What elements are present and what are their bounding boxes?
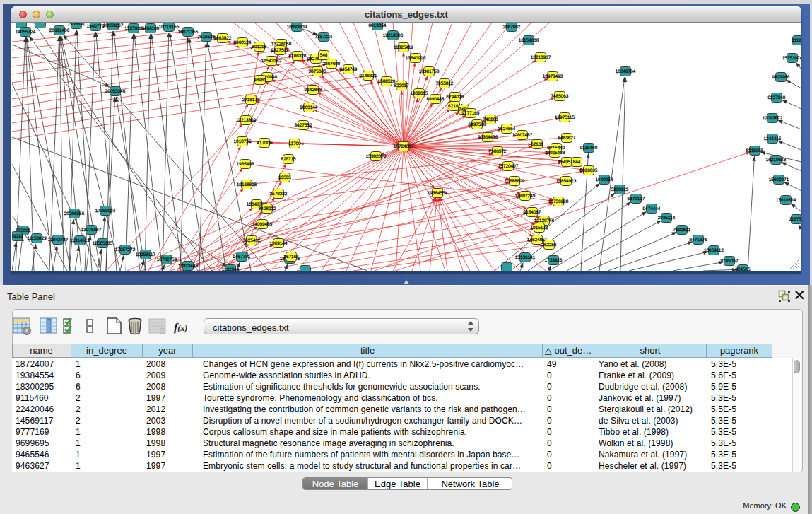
svg-text:891295: 891295	[252, 45, 267, 49]
svg-text:1527602: 1527602	[125, 26, 143, 31]
svg-text:1965498: 1965498	[237, 162, 254, 167]
svg-text:12213369: 12213369	[236, 118, 257, 123]
svg-text:9242848: 9242848	[305, 88, 322, 93]
svg-text:16154808: 16154808	[519, 38, 539, 43]
svg-text:10543382: 10543382	[261, 59, 282, 64]
svg-text:10973493: 10973493	[543, 74, 563, 79]
svg-text:16033809: 16033809	[287, 25, 307, 30]
svg-text:2803144: 2803144	[300, 105, 318, 110]
svg-text:20364436: 20364436	[478, 135, 498, 140]
svg-text:10653267: 10653267	[103, 23, 124, 28]
svg-text:10958117: 10958117	[136, 252, 155, 257]
svg-text:1588520: 1588520	[378, 79, 396, 84]
svg-text:9245052: 9245052	[721, 259, 739, 264]
svg-text:3578332: 3578332	[270, 192, 288, 197]
svg-text:1369144: 1369144	[270, 241, 288, 246]
svg-text:2935114: 2935114	[658, 216, 676, 221]
svg-text:157164: 157164	[283, 255, 299, 259]
svg-text:12975115: 12975115	[555, 115, 575, 120]
svg-text:11325419: 11325419	[394, 45, 413, 50]
svg-text:252254: 252254	[541, 243, 557, 247]
svg-text:3624554: 3624554	[498, 127, 516, 132]
svg-text:20206556: 20206556	[64, 211, 85, 216]
svg-text:2867608: 2867608	[323, 62, 341, 66]
svg-text:19654923: 19654923	[556, 179, 577, 184]
svg-text:7357224: 7357224	[315, 35, 333, 40]
svg-text:11700: 11700	[288, 141, 301, 146]
svg-text:16671355: 16671355	[178, 30, 199, 35]
svg-text:1010755: 1010755	[234, 139, 252, 144]
svg-text:9227349: 9227349	[768, 95, 786, 100]
svg-text:10025433: 10025433	[545, 151, 565, 156]
svg-text:15136141: 15136141	[515, 255, 536, 260]
svg-text:417006: 417006	[257, 141, 272, 146]
svg-text:2087682: 2087682	[503, 25, 521, 30]
svg-text:8454749: 8454749	[340, 67, 358, 72]
svg-text:8471676: 8471676	[690, 238, 707, 243]
svg-text:10719155: 10719155	[159, 25, 180, 30]
svg-text:13975887: 13975887	[81, 228, 102, 233]
svg-text:12093872: 12093872	[763, 116, 783, 121]
svg-text:9184067: 9184067	[524, 210, 541, 215]
svg-text:15692971: 15692971	[769, 177, 789, 182]
svg-text:8990448: 8990448	[427, 97, 445, 102]
svg-text:15302073: 15302073	[366, 154, 387, 159]
svg-text:3498222: 3498222	[259, 206, 276, 211]
svg-text:9115460: 9115460	[580, 146, 598, 151]
svg-text:7625402: 7625402	[243, 238, 261, 243]
svg-text:746266: 746266	[483, 117, 498, 122]
svg-text:0899695: 0899695	[580, 168, 598, 173]
svg-text:16648784: 16648784	[616, 69, 636, 74]
svg-text:11123: 11123	[792, 38, 801, 43]
svg-text:17359924: 17359924	[95, 209, 116, 214]
svg-text:3875685: 3875685	[309, 69, 326, 74]
svg-text:13640910: 13640910	[406, 56, 426, 61]
svg-text:116753: 116753	[789, 217, 801, 222]
svg-text:546: 546	[320, 53, 328, 58]
svg-text:7632621: 7632621	[673, 228, 691, 233]
svg-text:14055724: 14055724	[16, 30, 36, 35]
svg-text:7515526: 7515526	[198, 35, 216, 40]
svg-text:844: 844	[573, 160, 581, 165]
svg-text:6879197: 6879197	[628, 197, 645, 201]
svg-text:f(x): f(x)	[174, 322, 187, 334]
svg-text:17016504: 17016504	[776, 198, 796, 203]
svg-text:7386372: 7386372	[489, 149, 507, 154]
svg-text:8813054: 8813054	[369, 23, 387, 28]
svg-text:20691406: 20691406	[49, 28, 70, 33]
svg-text:10654112: 10654112	[704, 248, 724, 253]
svg-text:8215955: 8215955	[746, 148, 764, 153]
svg-text:18807249: 18807249	[515, 194, 536, 199]
svg-text:11314519: 11314519	[70, 238, 90, 243]
svg-text:9327509: 9327509	[271, 48, 289, 53]
svg-text:1905531: 1905531	[68, 23, 86, 27]
svg-text:14099489: 14099489	[252, 222, 273, 227]
svg-text:19218506: 19218506	[383, 33, 404, 38]
svg-text:5938923: 5938923	[611, 187, 629, 192]
svg-text:15720407: 15720407	[498, 164, 519, 169]
svg-text:1015172: 1015172	[531, 226, 548, 230]
svg-text:1640954: 1640954	[596, 177, 613, 182]
svg-text:19384554: 19384554	[428, 191, 448, 196]
svg-text:9777169: 9777169	[462, 111, 480, 116]
svg-text:6497568: 6497568	[469, 122, 486, 127]
svg-text:1940779: 1940779	[87, 24, 105, 29]
svg-text:3427552: 3427552	[295, 123, 312, 128]
svg-text:7485063: 7485063	[551, 94, 569, 99]
svg-text:1362615: 1362615	[411, 91, 428, 96]
svg-text:15751074: 15751074	[782, 56, 801, 61]
svg-text:8186328: 8186328	[289, 54, 307, 59]
svg-text:2718176: 2718176	[242, 98, 260, 103]
svg-text:12505135: 12505135	[93, 241, 113, 246]
svg-text:7955812: 7955812	[436, 81, 454, 86]
svg-text:17957273: 17957273	[115, 247, 136, 252]
svg-text:826715: 826715	[281, 157, 296, 162]
svg-text:10120746: 10120746	[534, 218, 555, 223]
svg-text:9329966: 9329966	[772, 75, 790, 80]
svg-text:12213967: 12213967	[531, 55, 551, 60]
svg-text:7663822: 7663822	[214, 36, 232, 41]
svg-text:39119: 39119	[12, 234, 23, 239]
svg-text:98961: 98961	[254, 78, 266, 83]
svg-text:13535: 13535	[278, 175, 291, 180]
svg-text:1733426: 1733426	[545, 258, 563, 263]
